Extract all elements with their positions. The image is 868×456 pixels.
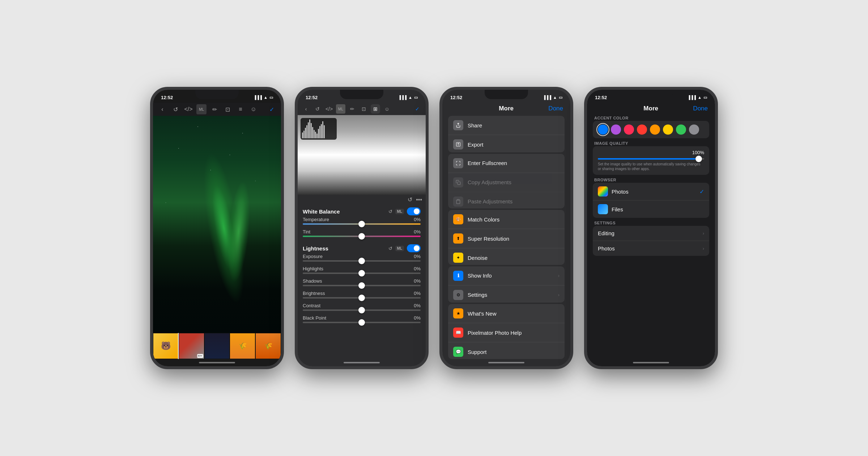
code-button-1[interactable]: </>: [183, 104, 193, 114]
quality-knob[interactable]: [695, 156, 702, 162]
code-button-2[interactable]: </>: [324, 104, 334, 114]
quality-slider[interactable]: [598, 158, 704, 160]
menu-group-share: Share Export: [448, 116, 565, 152]
thumbnail-face[interactable]: R✏: [179, 333, 204, 359]
denoise-icon: ✦: [453, 253, 463, 263]
menu-item-fullscreen[interactable]: Enter Fullscreen: [448, 154, 565, 173]
wb-reset[interactable]: ↺: [388, 209, 392, 214]
more-icon[interactable]: •••: [416, 197, 422, 203]
undo-button-2[interactable]: ↺: [313, 104, 322, 114]
tint-slider[interactable]: [303, 236, 421, 237]
wb-toggle[interactable]: [407, 207, 421, 215]
emoji-button-2[interactable]: ☺: [382, 104, 392, 114]
quality-value: 100%: [692, 150, 704, 155]
menu-group-adjust: Enter Fullscreen Copy Adjustments: [448, 154, 565, 209]
nav-done-4[interactable]: Done: [693, 105, 708, 112]
highlights-value: 0%: [414, 266, 421, 271]
thumbnail-yellow1[interactable]: 🌾: [230, 333, 255, 359]
menu-item-help[interactable]: 📖 Pixelmator Photo Help: [448, 323, 565, 342]
home-bar-1: [199, 362, 235, 363]
menu-item-copy-adj[interactable]: Copy Adjustments: [448, 173, 565, 192]
menu-group-help: ★ What's New 📖 Pixelmator Photo Help 💬 S…: [448, 304, 565, 359]
lightness-reset[interactable]: ↺: [388, 246, 392, 251]
settings-editing[interactable]: Editing ›: [593, 226, 709, 241]
menu-item-whatsnew[interactable]: ★ What's New: [448, 304, 565, 323]
rotate-icon[interactable]: ↺: [408, 196, 412, 203]
copy-adj-icon: [453, 177, 463, 187]
contrast-knob[interactable]: [358, 307, 365, 313]
blackpoint-slider[interactable]: [303, 322, 421, 323]
color-pink[interactable]: [624, 124, 634, 135]
temperature-slider[interactable]: [303, 223, 421, 225]
shadows-knob[interactable]: [358, 282, 365, 289]
hist-bar: [318, 129, 319, 138]
thumbnail-yellow2[interactable]: 🌾: [255, 333, 281, 359]
brightness-slider[interactable]: [303, 297, 421, 299]
sliders-button-1[interactable]: ≡: [235, 104, 246, 114]
settings-photos[interactable]: Photos ›: [593, 241, 709, 256]
color-purple[interactable]: [611, 124, 621, 135]
browser-photos[interactable]: Photos ✓: [593, 183, 709, 200]
menu-item-support[interactable]: 💬 Support: [448, 342, 565, 359]
menu-item-superres[interactable]: ⬆ Super Resolution: [448, 229, 565, 248]
home-indicator-1: [153, 359, 281, 366]
menu-item-denoise[interactable]: ✦ Denoise: [448, 248, 565, 265]
quality-description: Set the image quality to use when automa…: [598, 162, 704, 171]
color-yellow[interactable]: [663, 124, 673, 135]
brightness-knob[interactable]: [358, 295, 365, 301]
lightness-ml-badge[interactable]: ML: [395, 246, 404, 251]
ml-button-2[interactable]: ML: [336, 104, 345, 114]
back-button-2[interactable]: ‹: [301, 104, 311, 114]
highlights-slider[interactable]: [303, 273, 421, 274]
undo-button-1[interactable]: ↺: [170, 104, 180, 114]
checkmark-button-2[interactable]: ✓: [413, 104, 422, 114]
brush-button-2[interactable]: ✏: [348, 104, 357, 114]
home-bar-4: [633, 362, 669, 363]
browser-files[interactable]: Files: [593, 200, 709, 218]
menu-item-paste-adj[interactable]: Paste Adjustments: [448, 192, 565, 209]
menu-item-export[interactable]: Export: [448, 135, 565, 152]
exposure-knob[interactable]: [358, 258, 365, 264]
nav-done-3[interactable]: Done: [548, 105, 563, 112]
support-label: Support: [468, 349, 559, 355]
ml-button-1[interactable]: ML: [196, 104, 207, 114]
emoji-button-1[interactable]: ☺: [248, 104, 259, 114]
histogram-bars: [302, 119, 335, 138]
back-button-1[interactable]: ‹: [157, 104, 167, 114]
shadows-slider[interactable]: [303, 285, 421, 286]
crop-button-2[interactable]: ⊡: [359, 104, 369, 114]
status-bar-4: 12:52 ◂ ▐▐▐ ▲ ▭: [587, 90, 715, 103]
toolbar-1: ‹ ↺ </> ML ✏ ⊡ ≡ ☺ ✓: [153, 103, 281, 116]
home-indicator-2: [298, 359, 426, 366]
color-gray[interactable]: [689, 124, 699, 135]
exposure-label: Exposure: [303, 254, 323, 259]
menu-item-settings[interactable]: ⚙ Settings ›: [448, 286, 565, 303]
lightness-toggle[interactable]: [407, 244, 421, 252]
color-blue[interactable]: [598, 124, 608, 135]
menu-item-share[interactable]: Share: [448, 116, 565, 135]
paste-adj-icon: [453, 197, 463, 207]
brightness-row: Brightness 0%: [303, 291, 421, 299]
wb-ml-badge[interactable]: ML: [395, 209, 404, 214]
checkmark-button-1[interactable]: ✓: [267, 104, 277, 114]
superres-icon: ⬆: [453, 233, 463, 244]
menu-item-match[interactable]: 🎨 Match Colors: [448, 210, 565, 229]
crop-button-1[interactable]: ⊡: [222, 104, 233, 114]
color-red[interactable]: [637, 124, 647, 135]
tint-knob[interactable]: [358, 233, 365, 240]
hist-bar: [315, 132, 316, 138]
info-icon: ℹ: [453, 271, 463, 281]
color-orange[interactable]: [650, 124, 660, 135]
menu-item-showinfo[interactable]: ℹ Show Info ›: [448, 266, 565, 286]
color-green[interactable]: [676, 124, 686, 135]
contrast-slider[interactable]: [303, 309, 421, 311]
exposure-slider[interactable]: [303, 260, 421, 262]
highlights-knob[interactable]: [358, 270, 365, 276]
brush-button-1[interactable]: ✏: [209, 104, 220, 114]
blackpoint-knob[interactable]: [358, 319, 365, 326]
shadows-label: Shadows: [303, 278, 322, 284]
thumbnail-dark[interactable]: [204, 333, 230, 359]
grid-button-2[interactable]: ⊞: [371, 104, 380, 114]
temperature-knob[interactable]: [358, 221, 365, 227]
thumbnail-bear[interactable]: 🐻: [153, 333, 179, 359]
